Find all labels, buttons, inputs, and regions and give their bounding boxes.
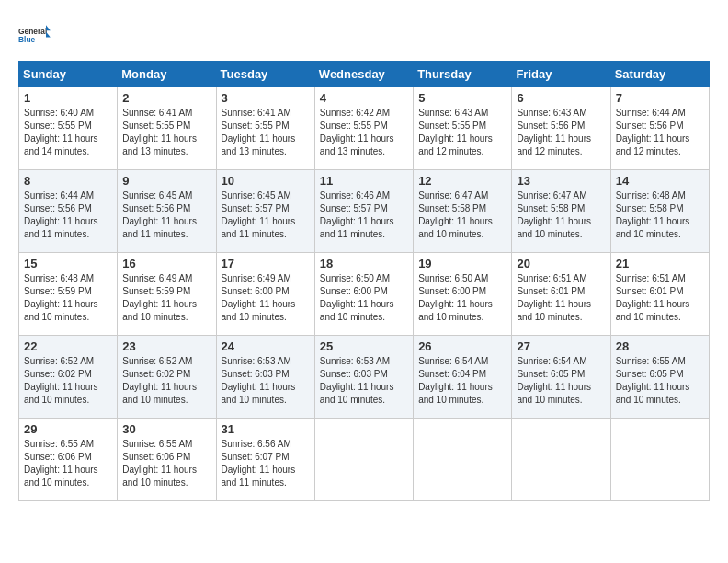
svg-text:Blue: Blue (18, 35, 36, 44)
day-number: 19 (418, 257, 506, 270)
day-number: 27 (517, 339, 605, 353)
col-header-monday: Monday (118, 62, 216, 87)
svg-text:General: General (18, 27, 47, 36)
day-number: 1 (24, 91, 112, 105)
day-number: 24 (222, 339, 310, 353)
logo: General Blue (18, 18, 51, 52)
day-info: Sunrise: 6:43 AMSunset: 5:55 PMDaylight:… (418, 107, 506, 158)
day-cell-30: 30Sunrise: 6:55 AMSunset: 6:06 PMDayligh… (118, 419, 216, 501)
day-info: Sunrise: 6:56 AMSunset: 6:07 PMDaylight:… (222, 438, 310, 489)
day-number: 30 (122, 422, 210, 436)
col-header-saturday: Saturday (610, 62, 709, 87)
day-number: 16 (122, 257, 210, 270)
day-cell-10: 10Sunrise: 6:45 AMSunset: 5:57 PMDayligh… (216, 170, 314, 253)
day-cell-7: 7Sunrise: 6:44 AMSunset: 5:56 PMDaylight… (610, 87, 709, 170)
day-cell-14: 14Sunrise: 6:48 AMSunset: 5:58 PMDayligh… (610, 170, 709, 253)
calendar-week-5: 29Sunrise: 6:55 AMSunset: 6:06 PMDayligh… (19, 419, 710, 501)
day-cell-9: 9Sunrise: 6:45 AMSunset: 5:56 PMDaylight… (118, 170, 216, 253)
day-info: Sunrise: 6:55 AMSunset: 6:05 PMDaylight:… (616, 355, 704, 407)
day-info: Sunrise: 6:40 AMSunset: 5:55 PMDaylight:… (24, 107, 112, 158)
calendar-week-4: 22Sunrise: 6:52 AMSunset: 6:02 PMDayligh… (19, 336, 710, 419)
day-cell-26: 26Sunrise: 6:54 AMSunset: 6:04 PMDayligh… (414, 336, 512, 419)
day-cell-12: 12Sunrise: 6:47 AMSunset: 5:58 PMDayligh… (414, 170, 512, 253)
day-info: Sunrise: 6:53 AMSunset: 6:03 PMDaylight:… (320, 355, 408, 407)
day-number: 14 (616, 174, 704, 188)
day-cell-2: 2Sunrise: 6:41 AMSunset: 5:55 PMDaylight… (118, 87, 216, 170)
day-number: 10 (222, 174, 310, 188)
day-info: Sunrise: 6:52 AMSunset: 6:02 PMDaylight:… (24, 355, 112, 407)
day-number: 18 (320, 257, 408, 270)
day-number: 11 (320, 174, 408, 188)
day-cell-23: 23Sunrise: 6:52 AMSunset: 6:02 PMDayligh… (118, 336, 216, 419)
empty-cell (512, 419, 610, 501)
day-cell-29: 29Sunrise: 6:55 AMSunset: 6:06 PMDayligh… (19, 419, 118, 501)
day-number: 4 (320, 91, 408, 105)
empty-cell (610, 419, 709, 501)
day-info: Sunrise: 6:48 AMSunset: 5:58 PMDaylight:… (616, 190, 704, 241)
day-cell-15: 15Sunrise: 6:48 AMSunset: 5:59 PMDayligh… (19, 253, 118, 336)
svg-marker-3 (46, 31, 51, 37)
day-info: Sunrise: 6:50 AMSunset: 6:00 PMDaylight:… (320, 272, 408, 324)
day-info: Sunrise: 6:54 AMSunset: 6:05 PMDaylight:… (517, 355, 605, 407)
day-info: Sunrise: 6:46 AMSunset: 5:57 PMDaylight:… (320, 190, 408, 241)
day-cell-31: 31Sunrise: 6:56 AMSunset: 6:07 PMDayligh… (216, 419, 314, 501)
day-number: 17 (222, 257, 310, 270)
day-cell-5: 5Sunrise: 6:43 AMSunset: 5:55 PMDaylight… (414, 87, 512, 170)
day-cell-19: 19Sunrise: 6:50 AMSunset: 6:00 PMDayligh… (414, 253, 512, 336)
day-number: 20 (517, 257, 605, 270)
day-info: Sunrise: 6:45 AMSunset: 5:56 PMDaylight:… (122, 190, 210, 241)
day-cell-27: 27Sunrise: 6:54 AMSunset: 6:05 PMDayligh… (512, 336, 610, 419)
day-number: 12 (418, 174, 506, 188)
day-number: 7 (616, 91, 704, 105)
day-info: Sunrise: 6:41 AMSunset: 5:55 PMDaylight:… (222, 107, 310, 158)
calendar-header-row: SundayMondayTuesdayWednesdayThursdayFrid… (19, 62, 710, 87)
col-header-sunday: Sunday (19, 62, 118, 87)
day-number: 26 (418, 339, 506, 353)
day-info: Sunrise: 6:55 AMSunset: 6:06 PMDaylight:… (122, 438, 210, 489)
day-cell-3: 3Sunrise: 6:41 AMSunset: 5:55 PMDaylight… (216, 87, 314, 170)
day-cell-21: 21Sunrise: 6:51 AMSunset: 6:01 PMDayligh… (610, 253, 709, 336)
day-info: Sunrise: 6:49 AMSunset: 6:00 PMDaylight:… (222, 272, 310, 324)
day-number: 9 (122, 174, 210, 188)
day-cell-24: 24Sunrise: 6:53 AMSunset: 6:03 PMDayligh… (216, 336, 314, 419)
day-info: Sunrise: 6:44 AMSunset: 5:56 PMDaylight:… (616, 107, 704, 158)
day-cell-16: 16Sunrise: 6:49 AMSunset: 5:59 PMDayligh… (118, 253, 216, 336)
calendar-table: SundayMondayTuesdayWednesdayThursdayFrid… (18, 61, 710, 501)
day-number: 3 (222, 91, 310, 105)
day-info: Sunrise: 6:49 AMSunset: 5:59 PMDaylight:… (122, 272, 210, 324)
day-info: Sunrise: 6:44 AMSunset: 5:56 PMDaylight:… (24, 190, 112, 241)
day-cell-18: 18Sunrise: 6:50 AMSunset: 6:00 PMDayligh… (314, 253, 413, 336)
day-info: Sunrise: 6:45 AMSunset: 5:57 PMDaylight:… (222, 190, 310, 241)
day-cell-13: 13Sunrise: 6:47 AMSunset: 5:58 PMDayligh… (512, 170, 610, 253)
day-cell-8: 8Sunrise: 6:44 AMSunset: 5:56 PMDaylight… (19, 170, 118, 253)
day-cell-1: 1Sunrise: 6:40 AMSunset: 5:55 PMDaylight… (19, 87, 118, 170)
day-info: Sunrise: 6:48 AMSunset: 5:59 PMDaylight:… (24, 272, 112, 324)
day-cell-6: 6Sunrise: 6:43 AMSunset: 5:56 PMDaylight… (512, 87, 610, 170)
day-info: Sunrise: 6:41 AMSunset: 5:55 PMDaylight:… (122, 107, 210, 158)
logo-svg: General Blue (18, 18, 51, 52)
day-number: 23 (122, 339, 210, 353)
day-info: Sunrise: 6:53 AMSunset: 6:03 PMDaylight:… (222, 355, 310, 407)
day-info: Sunrise: 6:50 AMSunset: 6:00 PMDaylight:… (418, 272, 506, 324)
day-info: Sunrise: 6:43 AMSunset: 5:56 PMDaylight:… (517, 107, 605, 158)
day-number: 2 (122, 91, 210, 105)
col-header-friday: Friday (512, 62, 610, 87)
col-header-tuesday: Tuesday (216, 62, 314, 87)
day-cell-17: 17Sunrise: 6:49 AMSunset: 6:00 PMDayligh… (216, 253, 314, 336)
svg-marker-2 (46, 25, 51, 30)
day-number: 29 (24, 422, 112, 436)
day-info: Sunrise: 6:51 AMSunset: 6:01 PMDaylight:… (616, 272, 704, 324)
day-number: 5 (418, 91, 506, 105)
day-number: 6 (517, 91, 605, 105)
day-info: Sunrise: 6:54 AMSunset: 6:04 PMDaylight:… (418, 355, 506, 407)
day-cell-11: 11Sunrise: 6:46 AMSunset: 5:57 PMDayligh… (314, 170, 413, 253)
calendar-week-1: 1Sunrise: 6:40 AMSunset: 5:55 PMDaylight… (19, 87, 710, 170)
day-info: Sunrise: 6:47 AMSunset: 5:58 PMDaylight:… (517, 190, 605, 241)
col-header-wednesday: Wednesday (314, 62, 413, 87)
day-info: Sunrise: 6:51 AMSunset: 6:01 PMDaylight:… (517, 272, 605, 324)
day-cell-4: 4Sunrise: 6:42 AMSunset: 5:55 PMDaylight… (314, 87, 413, 170)
day-number: 22 (24, 339, 112, 353)
calendar-week-2: 8Sunrise: 6:44 AMSunset: 5:56 PMDaylight… (19, 170, 710, 253)
empty-cell (314, 419, 413, 501)
day-number: 15 (24, 257, 112, 270)
